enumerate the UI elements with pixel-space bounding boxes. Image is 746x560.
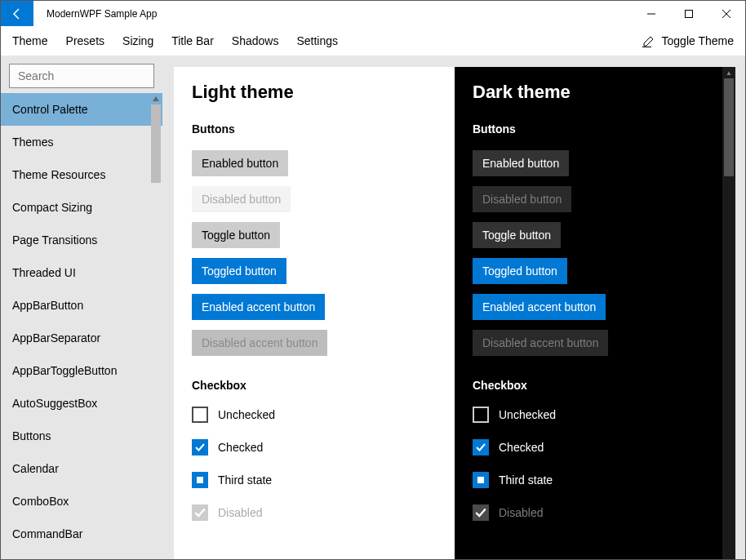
sidebar-item[interactable]: Page Transitions <box>1 224 162 256</box>
accent-disabled-button: Disabled accent button <box>192 330 327 356</box>
sidebar-item[interactable]: AppBarButton <box>1 289 162 322</box>
checkbox-disabled-icon <box>192 504 208 521</box>
sidebar-item[interactable]: ComboBox <box>1 485 162 518</box>
checkbox-third-icon <box>473 472 489 488</box>
sidebar-item[interactable]: Control Palette <box>1 93 162 126</box>
checkbox-label: Disabled <box>499 506 543 519</box>
checkbox-third[interactable]: Third state <box>192 472 437 488</box>
disabled-button: Disabled button <box>473 186 571 212</box>
menu-theme[interactable]: Theme <box>12 34 48 47</box>
search-input[interactable] <box>16 69 162 83</box>
minimize-button[interactable] <box>633 1 670 26</box>
search-box[interactable] <box>9 64 154 88</box>
checkbox-box-icon <box>192 407 208 423</box>
checkbox-third-icon <box>192 472 208 488</box>
checkbox-unchecked[interactable]: Unchecked <box>192 407 437 423</box>
sidebar-item[interactable]: Themes <box>1 126 162 158</box>
checkbox-label: Unchecked <box>218 408 275 421</box>
scroll-up-icon[interactable] <box>149 93 162 104</box>
disabled-button: Disabled button <box>192 186 291 212</box>
menubar: Theme Presets Sizing Title Bar Shadows S… <box>1 26 745 56</box>
minimize-icon <box>647 10 655 18</box>
scroll-up-icon[interactable]: ▲ <box>722 67 735 78</box>
sidebar-item[interactable]: Threaded UI <box>1 256 162 289</box>
sidebar-item[interactable]: CommandBar <box>1 518 162 550</box>
menu-sizing[interactable]: Sizing <box>122 34 153 47</box>
maximize-icon <box>685 10 693 18</box>
edit-icon <box>642 34 655 47</box>
sidebar-item[interactable]: Calendar <box>1 452 162 485</box>
checkbox-label: Checked <box>499 441 544 454</box>
enabled-button[interactable]: Enabled button <box>192 150 288 176</box>
checkbox-label: Disabled <box>218 506 262 519</box>
toggled-button[interactable]: Toggled button <box>192 258 286 284</box>
menu-presets[interactable]: Presets <box>66 34 104 47</box>
checkbox-header: Checkbox <box>192 379 437 392</box>
scroll-thumb[interactable] <box>151 104 161 183</box>
nav-list[interactable]: Control PaletteThemesTheme ResourcesComp… <box>1 93 162 559</box>
checkbox-checked[interactable]: Checked <box>473 439 717 456</box>
sidebar-item[interactable]: Compact Sizing <box>1 191 162 224</box>
checkbox-checked-icon <box>192 439 208 456</box>
sidebar-item[interactable]: AutoSuggestBox <box>1 387 162 420</box>
checkbox-label: Third state <box>218 473 272 487</box>
arrow-left-icon <box>11 7 24 20</box>
toggle-theme-button[interactable]: Toggle Theme <box>642 34 734 47</box>
titlebar: ModernWPF Sample App <box>1 1 745 26</box>
menu-titlebar[interactable]: Title Bar <box>171 34 214 47</box>
close-button[interactable] <box>708 1 745 26</box>
content-scrollbar[interactable]: ▲ <box>722 67 735 559</box>
scroll-thumb[interactable] <box>724 78 734 176</box>
checkbox-label: Third state <box>499 473 553 487</box>
checkbox-disabled-icon <box>473 504 489 521</box>
sidebar-scrollbar[interactable] <box>149 93 162 559</box>
toggle-button[interactable]: Toggle button <box>473 222 561 248</box>
checkbox-disabled: Disabled <box>192 504 437 521</box>
sidebar-item[interactable]: AppBarSeparator <box>1 322 162 354</box>
checkbox-unchecked[interactable]: Unchecked <box>473 407 717 423</box>
checkbox-box-icon <box>473 407 489 423</box>
menu-shadows[interactable]: Shadows <box>232 34 279 47</box>
checkbox-checked-icon <box>473 439 489 456</box>
enabled-button[interactable]: Enabled button <box>473 150 569 176</box>
back-button[interactable] <box>1 1 33 26</box>
accent-disabled-button: Disabled accent button <box>473 330 608 356</box>
toggle-theme-label: Toggle Theme <box>662 34 734 47</box>
close-icon <box>722 10 730 18</box>
sidebar: Control PaletteThemesTheme ResourcesComp… <box>1 56 162 559</box>
light-theme-panel: Light theme Buttons Enabled button Disab… <box>174 67 455 559</box>
sidebar-item[interactable]: Theme Resources <box>1 158 162 191</box>
buttons-header: Buttons <box>473 122 717 136</box>
window-title: ModernWPF Sample App <box>47 8 157 20</box>
accent-button[interactable]: Enabled accent button <box>473 294 606 320</box>
dark-theme-panel: ▲ Dark theme Buttons Enabled button Disa… <box>455 67 735 559</box>
checkbox-third[interactable]: Third state <box>473 472 717 488</box>
dark-theme-title: Dark theme <box>473 82 717 103</box>
checkbox-disabled: Disabled <box>473 504 717 521</box>
checkbox-label: Unchecked <box>499 408 556 421</box>
menu-settings[interactable]: Settings <box>296 34 338 47</box>
buttons-header: Buttons <box>192 122 437 136</box>
checkbox-header: Checkbox <box>473 379 717 392</box>
accent-button[interactable]: Enabled accent button <box>192 294 325 320</box>
toggle-button[interactable]: Toggle button <box>192 222 280 248</box>
toggled-button[interactable]: Toggled button <box>473 258 567 284</box>
sidebar-item[interactable]: Buttons <box>1 420 162 452</box>
sidebar-item[interactable]: AppBarToggleButton <box>1 354 162 387</box>
maximize-button[interactable] <box>670 1 708 26</box>
light-theme-title: Light theme <box>192 82 437 103</box>
checkbox-label: Checked <box>218 441 263 454</box>
svg-rect-1 <box>686 10 693 17</box>
checkbox-checked[interactable]: Checked <box>192 439 437 456</box>
